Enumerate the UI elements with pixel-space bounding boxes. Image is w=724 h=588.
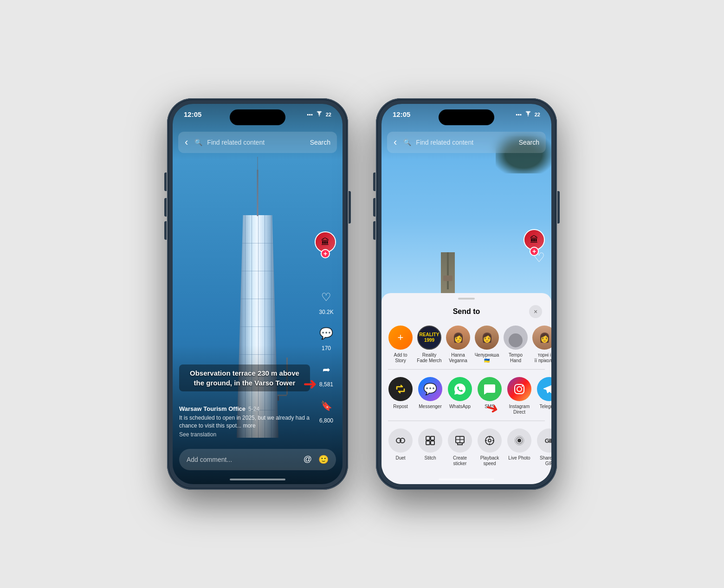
signal-icon: ▪▪▪ xyxy=(307,111,313,118)
bookmark-icon: 🔖 xyxy=(317,396,336,415)
comment-input[interactable]: Add comment... xyxy=(187,456,232,463)
video-title: Observation terrace 230 m above the grou… xyxy=(184,368,305,388)
search-button[interactable]: Search xyxy=(310,139,330,146)
comment-icon: 💬 xyxy=(317,324,336,343)
search-button-2[interactable]: Search xyxy=(519,139,539,146)
phone-2: 12:05 ▪▪▪ 22 ‹ 🔍 Find related content Se… xyxy=(376,98,557,490)
like-count: 30.2K xyxy=(319,309,333,315)
comment-bar[interactable]: Add comment... @ 🙂 xyxy=(179,449,336,470)
friend-avatar-tempo xyxy=(504,326,528,350)
time-display-2: 12:05 xyxy=(393,110,410,118)
dynamic-island-2 xyxy=(439,109,494,125)
save-count: 6,800 xyxy=(319,417,333,424)
status-icons-2: ▪▪▪ 22 xyxy=(516,111,540,118)
home-indicator-2 xyxy=(439,479,494,480)
back-button-2[interactable]: ‹ xyxy=(394,136,397,148)
wifi-icon xyxy=(316,111,323,118)
comment-button[interactable]: 💬 170 xyxy=(317,324,336,352)
search-placeholder: Find related content xyxy=(207,139,305,146)
share-icon: ➦ xyxy=(317,360,336,379)
battery-icon: 22 xyxy=(326,112,331,117)
search-icon: 🔍 xyxy=(194,139,202,146)
comment-icons: @ 🙂 xyxy=(304,454,329,465)
friends-row: + Add toStory REALITY1999 RealityFade Me… xyxy=(381,322,551,369)
like-button[interactable]: ♡ 30.2K xyxy=(317,288,336,315)
share-button[interactable]: ➦ 8,581 xyxy=(317,360,336,388)
emoji-icon[interactable]: 🙂 xyxy=(318,454,329,465)
video-author: Warsaw Tourism Office xyxy=(179,405,246,412)
search-placeholder-2: Find related content xyxy=(416,139,514,146)
video-description: It is scheduled to open in 2025, but we … xyxy=(179,414,310,430)
battery-icon-2: 22 xyxy=(535,112,540,117)
dynamic-island xyxy=(230,109,285,125)
video-date: 5-24 xyxy=(248,406,259,412)
red-arrow-1: ➜ xyxy=(303,374,317,394)
signal-icon-2: ▪▪▪ xyxy=(516,111,522,118)
wifi-icon-2 xyxy=(524,111,532,118)
status-icons: ▪▪▪ 22 xyxy=(307,111,331,118)
comment-count: 170 xyxy=(322,345,331,352)
heart-icon: ♡ xyxy=(317,288,336,307)
follow-badge-2[interactable]: + xyxy=(530,247,539,256)
main-scene: 12:05 ▪▪▪ 22 ‹ 🔍 Find related content Se… xyxy=(149,80,575,508)
search-bar-2[interactable]: ‹ 🔍 Find related content Search xyxy=(387,132,546,153)
share-sheet: Send to × + Add toStory REALITY1999 xyxy=(381,293,551,484)
at-icon[interactable]: @ xyxy=(304,454,312,465)
share-count: 8,581 xyxy=(319,381,333,388)
search-bar[interactable]: ‹ 🔍 Find related content Search xyxy=(178,132,337,153)
search-icon-2: 🔍 xyxy=(403,139,411,146)
home-indicator xyxy=(230,479,285,480)
action-sidebar: ♡ 30.2K 💬 170 ➦ 8,581 🔖 6,800 xyxy=(317,288,336,424)
time-display: 12:05 xyxy=(184,110,201,118)
see-translation[interactable]: See translation xyxy=(179,431,310,438)
friend-tempo[interactable]: TempoHand xyxy=(503,326,528,364)
save-button[interactable]: 🔖 6,800 xyxy=(317,396,336,424)
follow-badge[interactable]: + xyxy=(321,249,330,258)
phone-1: 12:05 ▪▪▪ 22 ‹ 🔍 Find related content Se… xyxy=(167,98,348,490)
video-info: Warsaw Tourism Office 5-24 It is schedul… xyxy=(179,405,310,438)
back-button[interactable]: ‹ xyxy=(185,136,188,148)
